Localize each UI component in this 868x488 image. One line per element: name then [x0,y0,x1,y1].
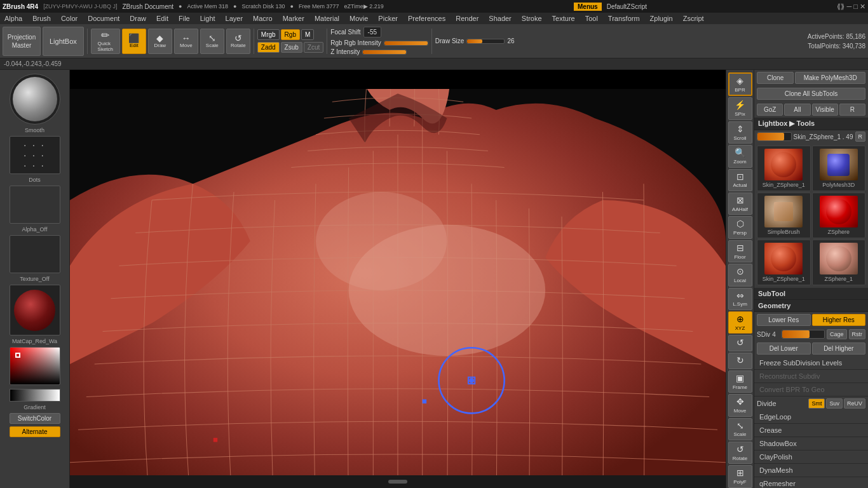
claypolish-item[interactable]: ClayPolish [754,451,868,464]
rstr-button[interactable]: Rstr [849,329,866,339]
menu-edit[interactable]: Edit [154,15,170,22]
draw-button[interactable]: ◆ Draw [148,29,172,54]
menu-zscript[interactable]: Zscript [681,15,706,22]
actual-button[interactable]: ⊡ Actual [728,169,752,191]
lsym-button[interactable]: ⇔ L.Sym [728,288,752,310]
spix-button[interactable]: ⚡ SPix [728,97,752,119]
divide-label[interactable]: Divide [757,400,807,407]
rgb-button[interactable]: Rgb [281,29,300,40]
edgeloop-item[interactable]: EdgeLoop [754,410,868,424]
scroll-button[interactable]: ⇕ Scroll [728,121,752,144]
make-polymesh3d-button[interactable]: Make PolyMesh3D [795,72,865,84]
menu-preferences[interactable]: Preferences [406,15,447,22]
scale-rt-button[interactable]: ⤡ Scale [728,418,752,440]
suv-button[interactable]: Suv [826,398,843,409]
zoom-button[interactable]: 🔍 Zoom [728,145,752,167]
quick-sketch-button[interactable]: ✏ QuickSketch [91,29,120,54]
all-button[interactable]: All [784,104,810,116]
color-picker[interactable] [10,347,60,385]
r-skin-button[interactable]: R [855,132,866,142]
polyf-button[interactable]: ⊞ PolyF [728,465,752,487]
dynamesh-item[interactable]: DynaMesh [754,464,868,477]
3d-mesh-canvas[interactable] [70,89,726,475]
m-button[interactable]: M [301,29,314,40]
menu-stroke[interactable]: Stroke [520,15,544,22]
rotate-rt-button[interactable]: ↺ Rotate [728,442,752,464]
move-button[interactable]: ↔ Move [174,29,198,54]
focal-shift-value[interactable]: -55 [363,27,381,37]
doc-title[interactable]: ZBrush Document [122,3,173,10]
menu-macro[interactable]: Macro [251,15,275,22]
canvas-area[interactable] [70,70,726,488]
menu-material[interactable]: Material [313,15,341,22]
z-intensity-slider[interactable] [362,50,407,55]
brush-preview[interactable] [10,74,60,125]
reuv-button[interactable]: ReUV [844,398,865,409]
zadd-button[interactable]: Zadd [257,42,280,53]
draw-size-slider[interactable] [466,39,505,44]
switch-color-button[interactable]: SwitchColor [10,413,60,424]
menu-color[interactable]: Color [59,15,79,22]
matcap-preview[interactable] [10,285,60,336]
menu-render[interactable]: Render [454,15,480,22]
menu-document[interactable]: Document [86,15,121,22]
menus-button[interactable]: Menus [574,3,602,11]
tool-item-zsphere[interactable]: ZSphere [812,193,866,238]
sym-button-1[interactable]: ↺ [728,335,752,351]
local-button[interactable]: ⊙ Local [728,264,752,286]
clone-button[interactable]: Clone [757,72,794,84]
del-higher-button[interactable]: Del Higher [812,342,866,355]
menu-marker[interactable]: Marker [281,15,306,22]
zcut-button[interactable]: Zcut [304,42,323,53]
subtool-section-header[interactable]: SubTool [754,288,868,300]
shadowbox-item[interactable]: ShadowBox [754,437,868,451]
geometry-section-header[interactable]: Geometry [754,300,868,312]
canvas-scroll[interactable] [388,480,407,484]
tool-item-skin-zsphere-2[interactable]: Skin_ZSphere_1 [757,240,811,285]
tool-item-polymesh3d[interactable]: PolyMesh3D [812,146,866,191]
bpr-button[interactable]: ◈ BPR [728,72,752,96]
alpha-off-preview[interactable] [10,186,60,224]
texture-off-preview[interactable] [10,235,60,273]
floor-button[interactable]: ⊟ Floor [728,240,752,262]
gradient-preview[interactable] [10,389,60,402]
lightbox-section-header[interactable]: Lightbox ▶ Tools [754,118,868,130]
move-rt-button[interactable]: ✥ Move [728,394,752,416]
rotate-button[interactable]: ↺ Rotate [226,29,250,54]
cage-button[interactable]: Cage [827,329,847,339]
r-top-button[interactable]: R [839,104,865,116]
lower-res-button[interactable]: Lower Res [757,314,811,326]
zsub-button[interactable]: Zsub [281,42,302,53]
edit-button[interactable]: ⬛ Edit [122,29,146,54]
smt-button[interactable]: Smt [808,398,825,409]
higher-res-button[interactable]: Higher Res [812,314,866,326]
xyz-button[interactable]: ⊕ XYZ [728,311,752,334]
aahalf-button[interactable]: ⊠ AAHalf [728,193,752,215]
sdiv-slider[interactable] [782,330,825,339]
mrgb-button[interactable]: Mrgb [257,29,280,40]
projection-master-button[interactable]: ProjectionMaster [3,27,41,56]
tool-item-skin-zsphere-1[interactable]: Skin_ZSphere_1 [757,146,811,191]
visible-button[interactable]: Visible [812,104,838,116]
lightbox-button[interactable]: LightBox [43,27,84,56]
rgb-intensity-slider[interactable] [384,41,428,46]
crease-item[interactable]: Crease [754,424,868,437]
menu-file[interactable]: File [177,15,192,22]
frame-button[interactable]: ▣ Frame [728,370,752,393]
tool-item-simplebrush[interactable]: SimpleBrush [757,193,811,238]
menu-alpha[interactable]: Alpha [3,15,24,22]
tool-item-zsphere-1[interactable]: ZSphere_1 [812,240,866,285]
persp-button[interactable]: ⬡ Persp [728,216,752,238]
menu-brush[interactable]: Brush [31,15,53,22]
goz-button[interactable]: GoZ [757,104,783,116]
menu-draw[interactable]: Draw [128,15,148,22]
dots-alpha-preview[interactable]: · · ·· · ·· · · [10,136,60,174]
menu-movie[interactable]: Movie [348,15,370,22]
alternate-button[interactable]: Alternate [10,426,60,437]
scale-button[interactable]: ⤡ Scale [200,29,224,54]
menu-shader[interactable]: Shader [487,15,513,22]
clone-all-subtools-button[interactable]: Clone All SubTools [757,88,865,100]
qremesher-item[interactable]: qRemesher [754,477,868,488]
menu-tool[interactable]: Tool [583,15,600,22]
skin-zsphere-slider[interactable] [757,132,792,141]
